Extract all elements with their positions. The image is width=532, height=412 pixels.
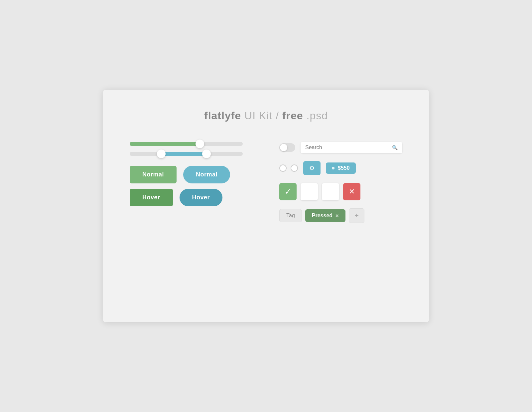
- green-slider-fill: [130, 142, 200, 146]
- search-input[interactable]: [305, 145, 389, 151]
- green-slider-thumb[interactable]: [196, 140, 204, 148]
- green-slider[interactable]: [130, 142, 243, 146]
- cross-icon: ✕: [349, 187, 355, 196]
- tag-pressed[interactable]: Pressed ✕: [305, 209, 345, 222]
- tag-plain[interactable]: Tag: [279, 209, 302, 222]
- tags-row: Tag Pressed ✕ +: [279, 208, 402, 223]
- tag-pressed-label: Pressed: [312, 213, 332, 219]
- price-button[interactable]: $550: [326, 162, 356, 174]
- checkbox-checked[interactable]: ✓: [279, 183, 297, 200]
- green-hover-button[interactable]: Hover: [130, 189, 173, 206]
- checkbox-row: ✓ ✕: [279, 183, 402, 200]
- left-panel: Normal Normal Hover Hover: [130, 142, 253, 206]
- radio-group: [279, 164, 298, 172]
- top-row: 🔍: [279, 142, 402, 153]
- mid-row: ⚙ $550: [279, 161, 402, 175]
- brand-name: flatlyfe: [204, 110, 241, 122]
- gear-icon: ⚙: [309, 164, 315, 172]
- title-suffix: .psd: [303, 110, 328, 122]
- buttons-section: Normal Normal Hover Hover: [130, 166, 253, 206]
- checkbox-cross[interactable]: ✕: [343, 183, 360, 200]
- blue-hover-button[interactable]: Hover: [180, 189, 223, 206]
- price-dot: [332, 167, 334, 169]
- title-middle: UI Kit /: [241, 110, 282, 122]
- checkbox-empty-2[interactable]: [322, 183, 339, 200]
- search-box[interactable]: 🔍: [301, 142, 402, 153]
- blue-slider-thumb-left[interactable]: [157, 150, 166, 158]
- main-content: Normal Normal Hover Hover 🔍: [130, 142, 402, 223]
- search-icon: 🔍: [392, 145, 398, 150]
- blue-slider[interactable]: [130, 152, 243, 156]
- green-normal-button[interactable]: Normal: [130, 166, 177, 183]
- tag-add-icon: +: [354, 211, 359, 220]
- tag-plain-label: Tag: [286, 213, 295, 219]
- tag-pressed-close-icon[interactable]: ✕: [335, 213, 339, 218]
- radio-button-1[interactable]: [279, 164, 287, 172]
- button-row-normal: Normal Normal: [130, 166, 253, 183]
- tag-add-button[interactable]: +: [349, 208, 364, 223]
- gear-button[interactable]: ⚙: [303, 161, 321, 175]
- price-value: $550: [338, 165, 350, 171]
- blue-normal-button[interactable]: Normal: [183, 166, 230, 183]
- main-card: flatlyfe UI Kit / free .psd Nor: [103, 90, 429, 322]
- right-panel: 🔍 ⚙ $550 ✓: [279, 142, 402, 223]
- toggle-switch[interactable]: [279, 143, 295, 152]
- blue-slider-thumb-right[interactable]: [202, 150, 211, 158]
- blue-slider-fill: [161, 152, 206, 156]
- check-icon: ✓: [285, 187, 291, 196]
- page-title: flatlyfe UI Kit / free .psd: [130, 110, 402, 122]
- toggle-knob: [280, 144, 287, 151]
- radio-button-2[interactable]: [291, 164, 298, 172]
- title-free: free: [282, 110, 303, 122]
- checkbox-empty-1[interactable]: [301, 183, 318, 200]
- slider-section: [130, 142, 253, 156]
- button-row-hover: Hover Hover: [130, 189, 253, 206]
